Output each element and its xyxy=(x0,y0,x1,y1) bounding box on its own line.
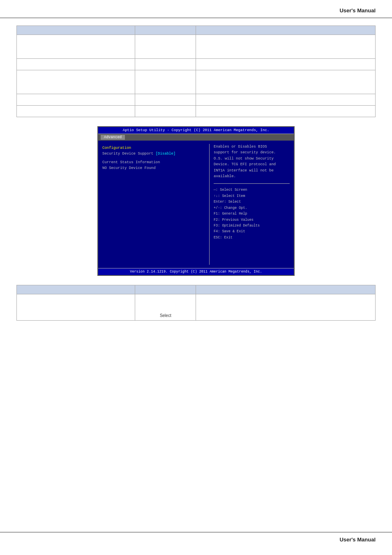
top-table-header-1 xyxy=(17,26,135,35)
table-cell xyxy=(135,94,196,106)
table-cell xyxy=(196,70,376,94)
top-table xyxy=(16,25,376,117)
table-row xyxy=(17,106,376,117)
bottom-table: Select xyxy=(16,285,376,321)
bios-no-device-label: NO Security Device Found xyxy=(102,166,205,171)
footer-title: User's Manual xyxy=(339,536,376,543)
table-cell xyxy=(17,294,135,321)
bios-key-2: ↑↓: Select Item xyxy=(214,193,290,199)
top-table-header-3 xyxy=(196,26,376,35)
bios-key-8: F4: Save & Exit xyxy=(214,229,290,234)
bios-security-device-label: Security Device Support xyxy=(102,152,153,156)
table-cell xyxy=(196,294,376,321)
bios-key-7: F3: Optimized Defaults xyxy=(214,223,290,229)
bios-help-line-2: support for security device. xyxy=(214,150,290,155)
page-footer: User's Manual xyxy=(0,532,392,547)
bios-title-text: Aptio Setup Utility - Copyright (C) 2011… xyxy=(123,128,269,132)
bios-current-status-text: Current Status Information xyxy=(102,160,160,164)
table-cell xyxy=(17,59,135,70)
table-cell xyxy=(196,35,376,59)
bios-key-6: F2: Previous Values xyxy=(214,217,290,223)
bios-security-device-value: [Disable] xyxy=(156,152,176,156)
bottom-table-header-1 xyxy=(17,285,135,294)
bios-help-line-6: available. xyxy=(214,173,290,179)
bios-help-line-4: Device. TCG EFI protocol and xyxy=(214,162,290,167)
table-row: Select xyxy=(17,294,376,321)
bios-key-9: ESC: Exit xyxy=(214,235,290,240)
select-label: Select xyxy=(160,313,171,318)
header-title: User's Manual xyxy=(339,7,376,14)
table-row xyxy=(17,94,376,106)
bios-screenshot-wrapper: Aptio Setup Utility - Copyright (C) 2011… xyxy=(97,126,295,276)
table-cell xyxy=(196,94,376,106)
bios-current-status-label: Current Status Information xyxy=(102,160,205,166)
bios-key-3: Enter: Select xyxy=(214,199,290,205)
bios-left-panel: Configuration Security Device Support [D… xyxy=(98,141,209,268)
bios-key-5: F1: General Help xyxy=(214,211,290,217)
bios-screen: Aptio Setup Utility - Copyright (C) 2011… xyxy=(97,126,295,276)
table-cell xyxy=(17,94,135,106)
bios-help-line-3: O.S. will not show Security xyxy=(214,156,290,162)
bios-security-device-row: Security Device Support [Disable] xyxy=(102,151,205,157)
bottom-table-header-2 xyxy=(135,285,196,294)
table-row xyxy=(17,59,376,70)
bios-tab-bar: Advanced xyxy=(98,134,294,141)
table-cell xyxy=(135,106,196,117)
table-cell xyxy=(135,35,196,59)
bottom-table-wrapper: Select xyxy=(16,285,376,321)
table-cell: Select xyxy=(135,294,196,321)
top-table-wrapper xyxy=(16,25,376,117)
bios-footer: Version 2.14.1219. Copyright (C) 2011 Am… xyxy=(98,268,294,275)
table-cell xyxy=(135,59,196,70)
bios-right-panel: Enables or Disables BIOS support for sec… xyxy=(210,141,294,268)
table-row xyxy=(17,70,376,94)
table-cell xyxy=(196,106,376,117)
bios-help-line-1: Enables or Disables BIOS xyxy=(214,144,290,150)
bios-title-bar: Aptio Setup Utility - Copyright (C) 2011… xyxy=(98,127,294,134)
page-header: User's Manual xyxy=(0,0,392,18)
table-row xyxy=(17,35,376,59)
bios-help-line-5: INT1A interface will not be xyxy=(214,168,290,173)
table-cell xyxy=(17,106,135,117)
table-cell xyxy=(17,70,135,94)
bios-body: Configuration Security Device Support [D… xyxy=(98,141,294,268)
table-cell xyxy=(135,70,196,94)
top-table-header-2 xyxy=(135,26,196,35)
table-cell xyxy=(196,59,376,70)
bios-key-4: +/-: Change Opt. xyxy=(214,205,290,211)
bios-key-guide: ↔: Select Screen ↑↓: Select Item Enter: … xyxy=(214,187,290,240)
bios-config-label: Configuration xyxy=(102,146,205,151)
bios-tab-advanced[interactable]: Advanced xyxy=(101,135,125,140)
bottom-table-header-3 xyxy=(196,285,376,294)
table-cell xyxy=(17,35,135,59)
bios-help-text: Enables or Disables BIOS support for sec… xyxy=(214,144,290,184)
bios-key-1: ↔: Select Screen xyxy=(214,187,290,193)
bios-footer-text: Version 2.14.1219. Copyright (C) 2011 Am… xyxy=(130,270,262,274)
